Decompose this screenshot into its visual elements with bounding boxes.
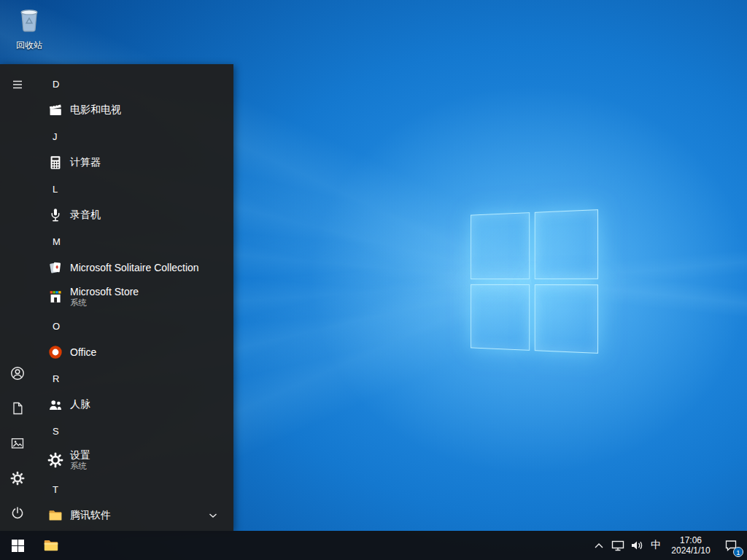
section-header-s[interactable]: S [35, 418, 233, 444]
section-letter: R [53, 373, 59, 384]
section-letter: L [53, 184, 58, 195]
movies-tv-icon [47, 101, 64, 119]
app-item-movies-tv[interactable]: 电影和电视 [35, 97, 233, 123]
pictures-button[interactable] [0, 426, 35, 461]
windows-logo [471, 209, 598, 354]
windows-start-icon [12, 540, 24, 552]
power-icon [10, 506, 25, 521]
windows-logo-pane [534, 209, 598, 279]
app-label: 计算器 [70, 156, 101, 169]
system-tray: 中 17:06 2024/1/10 1 [589, 531, 747, 560]
recycle-bin-label: 回收站 [6, 39, 53, 52]
app-sublabel: 系统 [70, 298, 139, 308]
user-account-button[interactable] [0, 356, 35, 391]
user-icon [9, 365, 26, 381]
app-item-calculator[interactable]: 计算器 [35, 149, 233, 176]
people-icon [47, 396, 64, 413]
documents-icon [10, 401, 25, 416]
app-item-solitaire[interactable]: Microsoft Solitaire Collection [35, 254, 233, 281]
documents-button[interactable] [0, 391, 35, 426]
windows-logo-pane [471, 284, 530, 350]
section-letter: T [53, 484, 58, 495]
app-label: 腾讯软件 [70, 509, 111, 522]
section-letter: O [53, 321, 60, 332]
clock-time: 17:06 [680, 535, 702, 545]
action-center-button[interactable]: 1 [716, 531, 746, 560]
taskbar: 中 17:06 2024/1/10 1 [0, 531, 747, 560]
section-header-r[interactable]: R [35, 365, 233, 392]
app-label: Microsoft Solitaire Collection [70, 262, 199, 273]
app-label: 录音机 [70, 209, 101, 222]
office-icon [47, 343, 64, 361]
windows-logo-pane [534, 284, 598, 354]
start-menu-rail [0, 64, 35, 531]
section-header-l[interactable]: L [35, 176, 233, 202]
desktop: 回收站 [0, 0, 747, 560]
folder-item-tencent[interactable]: 腾讯软件 [35, 502, 233, 529]
microphone-icon [47, 206, 64, 224]
file-explorer-icon [42, 537, 60, 554]
section-header-o[interactable]: O [35, 313, 233, 339]
app-label: Office [70, 346, 96, 358]
recycle-bin-icon [14, 4, 44, 35]
network-button[interactable] [608, 531, 627, 560]
app-label: Microsoft Store [70, 286, 139, 298]
app-item-people[interactable]: 人脉 [35, 392, 233, 418]
store-icon [47, 288, 64, 306]
chevron-up-icon [594, 542, 604, 549]
app-sublabel: 系统 [70, 462, 90, 471]
network-icon [611, 540, 624, 551]
settings-gear-icon [47, 451, 64, 469]
solitaire-icon [47, 259, 64, 276]
app-item-microsoft-store[interactable]: Microsoft Store 系统 [35, 281, 233, 313]
clock[interactable]: 17:06 2024/1/10 [665, 531, 716, 560]
app-label: 电影和电视 [70, 104, 121, 117]
settings-button[interactable] [0, 461, 35, 496]
start-button[interactable] [0, 531, 35, 560]
section-header-t[interactable]: T [35, 476, 233, 502]
chevron-down-icon[interactable] [209, 513, 217, 518]
section-letter: M [53, 236, 61, 247]
settings-icon [10, 471, 25, 486]
power-button[interactable] [0, 496, 35, 531]
clock-date: 2024/1/10 [671, 545, 710, 556]
recycle-bin[interactable]: 回收站 [6, 4, 53, 52]
pictures-icon [10, 436, 25, 451]
folder-icon [47, 507, 64, 524]
tray-chevron-button[interactable] [589, 531, 608, 560]
windows-logo-pane [471, 212, 530, 279]
volume-icon [630, 540, 643, 551]
section-letter: D [53, 79, 59, 90]
app-item-settings[interactable]: 设置 系统 [35, 444, 233, 476]
start-menu: D 电影和电视 J [0, 64, 233, 531]
app-item-voice-recorder[interactable]: 录音机 [35, 202, 233, 228]
calculator-icon [47, 154, 64, 171]
volume-button[interactable] [627, 531, 646, 560]
expand-menu-button[interactable] [0, 67, 35, 102]
ime-indicator[interactable]: 中 [646, 531, 665, 560]
hamburger-icon [11, 78, 24, 91]
section-letter: S [53, 426, 59, 437]
app-label: 设置 [70, 449, 90, 461]
section-header-j[interactable]: J [35, 123, 233, 149]
notification-badge: 1 [733, 547, 743, 557]
section-header-m[interactable]: M [35, 228, 233, 254]
app-item-office[interactable]: Office [35, 339, 233, 365]
app-list: D 电影和电视 J [35, 64, 233, 531]
section-letter: J [53, 131, 58, 142]
section-header-d[interactable]: D [35, 71, 233, 97]
app-label: 人脉 [70, 398, 90, 411]
file-explorer-button[interactable] [35, 531, 67, 560]
